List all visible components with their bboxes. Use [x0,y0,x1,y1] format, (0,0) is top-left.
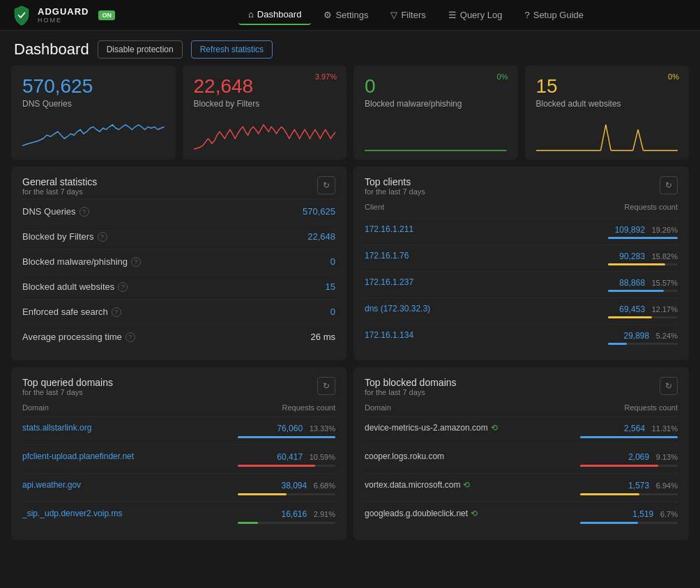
top-queried-rows: stats.allstarlink.org 76,060 13.33% pfcl… [22,416,335,530]
client-count-wrap: 109,892 19.26% [608,224,678,239]
blocked-domain-name[interactable]: cooper.logs.roku.com [365,451,444,461]
client-count: 29,898 [623,331,649,341]
logo: ADGUARD HOME ON [11,5,115,26]
blocked-adult-value: 15 [536,75,678,98]
logo-sub: HOME [38,17,89,24]
queried-count-wrap: 76,060 13.33% [238,423,335,438]
queried-count: 60,417 [277,452,303,462]
blocked-count-wrap: 2,069 9.13% [580,451,678,467]
blocked-count-wrap: 1,573 6.94% [580,480,678,495]
dns-queries-row-value: 570,625 [303,206,335,217]
queried-domain-row: _sip._udp.denver2.voip.ms 16,616 2.91% [22,502,335,530]
general-stats-subtitle: for the last 7 days [22,187,97,196]
client-pct: 12.17% [652,305,678,314]
queried-count: 38,094 [281,481,307,490]
client-name[interactable]: 172.16.1.134 [365,330,413,340]
blocked-domain-name[interactable]: vortex.data.microsoft.com⟲ [365,480,470,490]
blocked-domain-name[interactable]: device-metrics-us-2.amazon.com⟲ [365,423,498,433]
queried-pct: 10.59% [310,453,335,461]
blocked-malware-row-value: 0 [330,256,335,267]
blocked-bar [580,493,678,495]
unblock-icon[interactable]: ⟲ [471,509,478,518]
stat-card-dns: 570,625 DNS Queries [11,65,176,160]
blocked-adult-row-label: Blocked adult websites ? [22,281,128,292]
nav-dashboard[interactable]: ⌂ Dashboard [238,5,311,25]
client-pct: 15.82% [652,252,678,261]
top-blocked-rows: device-metrics-us-2.amazon.com⟲ 2,564 11… [365,416,678,530]
blocked-adult-pct: 0% [668,72,679,81]
blocked-count: 2,069 [628,452,649,462]
blocked-adult-row-value: 15 [326,281,335,292]
top-clients-refresh-button[interactable]: ↻ [660,176,678,194]
avg-time-help-icon[interactable]: ? [125,332,135,342]
dashboard-icon: ⌂ [248,9,254,20]
queried-domain-name[interactable]: stats.allstarlink.org [22,423,91,433]
nav-settings-label: Settings [335,10,368,20]
blocked-filters-help-icon[interactable]: ? [98,232,107,242]
stat-row-dns: DNS Queries ? 570,625 [22,199,335,224]
svg-line-4 [632,130,637,150]
queried-count: 76,060 [277,424,303,433]
queried-domain-name[interactable]: api.weather.gov [22,480,81,490]
top-clients-table-header: Client Requests count [365,199,678,215]
page-title: Dashboard [14,40,89,59]
nav-querylog-label: Query Log [460,10,503,20]
top-blocked-refresh-button[interactable]: ↻ [660,377,678,395]
nav-links: ⌂ Dashboard ⚙ Settings ▽ Filters ☰ Query… [143,5,689,25]
blocked-pct: 6.94% [656,481,678,490]
queried-domain-name[interactable]: pfclient-upload.planefinder.net [22,451,134,461]
queried-domain-row: stats.allstarlink.org 76,060 13.33% [22,416,335,444]
dns-queries-row-label: DNS Queries ? [22,206,89,217]
clients-col-count: Requests count [522,203,678,211]
queried-col-domain: Domain [22,403,238,412]
queried-bar [238,522,335,524]
general-stats-panel: General statistics for the last 7 days ↻… [11,167,347,360]
safe-search-help-icon[interactable]: ? [112,307,121,317]
blocked-malware-help-icon[interactable]: ? [131,257,141,267]
top-queried-panel: Top queried domains for the last 7 days … [11,367,347,540]
stat-card-adult: 0% 15 Blocked adult websites [525,65,690,160]
dns-queries-chart [22,114,165,153]
client-name[interactable]: 172.16.1.237 [365,277,413,287]
dns-queries-value: 570,625 [22,75,165,98]
client-pct: 15.57% [652,279,678,287]
blocked-adult-help-icon[interactable]: ? [118,282,128,292]
queried-domain-row: pfclient-upload.planefinder.net 60,417 1… [22,444,335,473]
top-queried-refresh-button[interactable]: ↻ [317,377,335,395]
blocked-bar [580,436,678,438]
queried-col-count: Requests count [238,403,335,412]
settings-icon: ⚙ [324,10,332,20]
stat-row-blocked: Blocked by Filters ? 22,648 [22,224,335,249]
blocked-domain-name[interactable]: googleads.g.doubleclick.net⟲ [365,509,478,518]
top-queried-header: Top queried domains for the last 7 days … [22,377,335,396]
unblock-icon[interactable]: ⟲ [491,423,498,433]
client-row: 172.16.1.76 90,283 15.82% [365,245,678,271]
top-queried-title: Top queried domains [22,377,113,388]
client-row: 172.16.1.237 88,868 15.57% [365,271,678,297]
client-name[interactable]: 172.16.1.76 [365,251,409,261]
general-stats-refresh-button[interactable]: ↻ [317,176,335,194]
nav-filters[interactable]: ▽ Filters [381,5,435,25]
queried-domain-name[interactable]: _sip._udp.denver2.voip.ms [22,509,122,518]
blocked-bar [580,522,678,524]
adguard-logo-icon [11,5,32,26]
dns-queries-label: DNS Queries [22,99,165,109]
blocked-filters-row-value: 22,648 [307,231,335,242]
stat-row-adult: Blocked adult websites ? 15 [22,274,335,299]
disable-protection-button[interactable]: Disable protection [98,40,183,59]
client-name[interactable]: dns (172.30.32.3) [365,304,430,314]
dns-queries-help-icon[interactable]: ? [79,207,89,217]
nav-querylog[interactable]: ☰ Query Log [439,5,512,25]
top-clients-header: Top clients for the last 7 days ↻ [365,176,678,196]
navbar: ADGUARD HOME ON ⌂ Dashboard ⚙ Settings ▽… [0,0,700,31]
client-bar [608,343,678,345]
client-name[interactable]: 172.16.1.211 [365,224,413,234]
client-count-wrap: 90,283 15.82% [608,251,678,265]
nav-setupguide[interactable]: ? Setup Guide [515,5,593,25]
nav-settings[interactable]: ⚙ Settings [314,5,378,25]
queried-count-wrap: 60,417 10.59% [238,451,335,467]
refresh-statistics-button[interactable]: Refresh statistics [191,40,273,59]
queried-pct: 2.91% [314,510,335,518]
top-clients-panel: Top clients for the last 7 days ↻ Client… [353,167,689,360]
unblock-icon[interactable]: ⟲ [463,480,470,490]
